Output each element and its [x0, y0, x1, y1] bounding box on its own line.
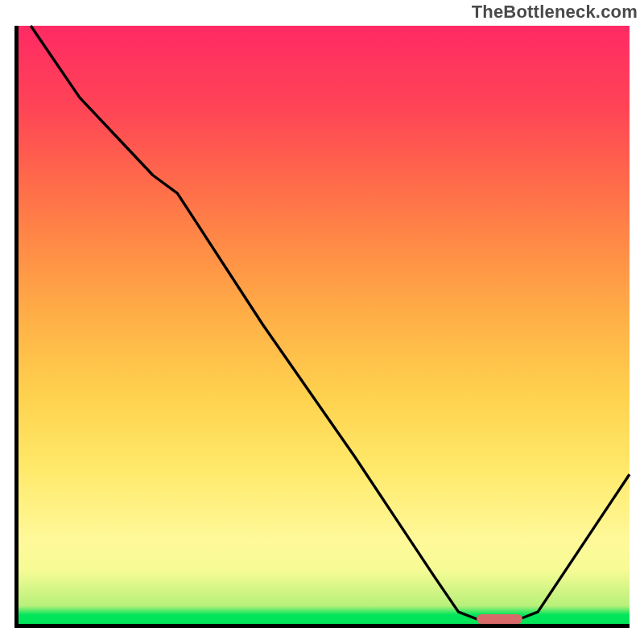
- chart-line-layer: [19, 26, 630, 624]
- chart-plot-area: [14, 26, 630, 628]
- bottleneck-curve: [31, 26, 630, 619]
- optimal-range-marker: [477, 614, 522, 624]
- watermark-text: TheBottleneck.com: [472, 2, 638, 23]
